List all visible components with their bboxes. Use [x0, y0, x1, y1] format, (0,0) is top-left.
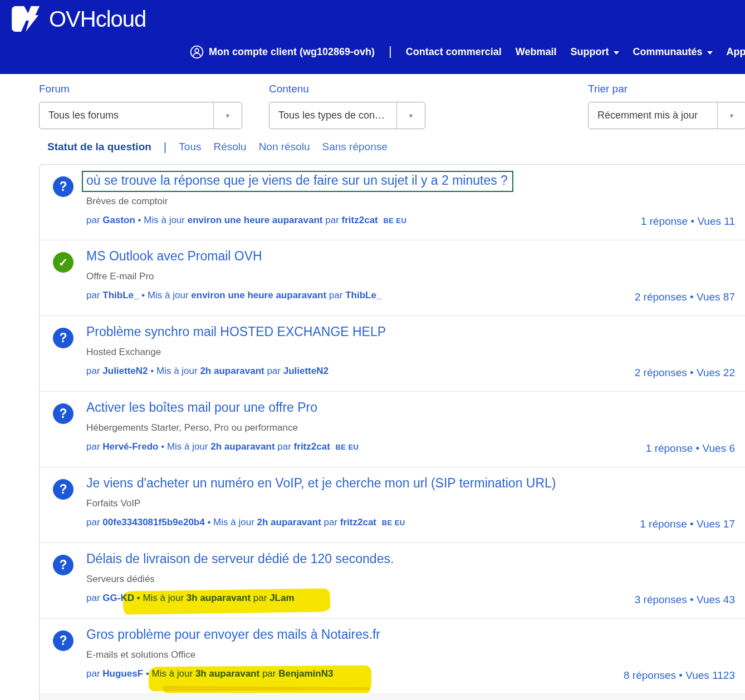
thread-author-link[interactable]: JulietteN2 [102, 366, 148, 376]
thread-last-author-link[interactable]: ThibLe_ [345, 290, 381, 300]
country-flags-label: BE EU [382, 519, 405, 527]
status-filter-resolu[interactable]: Résolu [213, 141, 246, 153]
thread-category: Hosted Exchange [86, 347, 386, 358]
thread-stats: 1 réponse • Vues 17 [640, 518, 735, 530]
ovhcloud-logo[interactable]: OVHcloud [11, 6, 146, 32]
sort-filter-label: Trier par [588, 83, 745, 95]
nav-webmail[interactable]: Webmail [516, 46, 557, 58]
thread-author-link[interactable]: 00fe3343081f5b9e20b4 [102, 517, 204, 528]
thread-title-link[interactable]: où se trouve la réponse que je viens de … [82, 171, 513, 192]
thread-category: Hébergements Starter, Perso, Pro ou perf… [86, 422, 359, 433]
thread-category: Serveurs dédiés [86, 574, 394, 585]
thread-replies-count: 1 réponse [641, 215, 688, 227]
thread-last-author-link[interactable]: fritz2cat [294, 441, 330, 452]
thread-row: ✓ MS Outlook avec Promail OVH Offre E-ma… [40, 240, 745, 316]
thread-stats: 2 réponses • Vues 87 [635, 291, 735, 303]
content-filter-label: Contenu [269, 83, 425, 95]
thread-main: Activer les boîtes mail pour une offre P… [86, 400, 359, 452]
thread-author-link[interactable]: Hervé-Fredo [102, 441, 158, 452]
thread-views-count: Vues 22 [697, 367, 735, 378]
thread-author-link[interactable]: GG-KD [102, 593, 134, 603]
thread-title-link[interactable]: Activer les boîtes mail pour une offre P… [86, 400, 317, 416]
thread-category: E-mails et solutions Office [86, 649, 380, 660]
thread-row: ? où se trouve la réponse que je viens d… [40, 165, 745, 240]
thread-last-author-link[interactable]: fritz2cat [342, 215, 378, 225]
thread-meta: par Gaston • Mis à jour environ une heur… [86, 215, 513, 226]
thread-meta: par 00fe3343081f5b9e20b4 • Mis à jour 2h… [86, 517, 556, 528]
thread-views-count: Vues 43 [697, 594, 735, 605]
thread-title-link[interactable]: Je viens d'acheter un numéro en VoIP, et… [86, 475, 556, 491]
thread-meta: par Hervé-Fredo • Mis à jour 2h auparava… [86, 441, 359, 452]
nav-separator: | [389, 44, 392, 58]
question-mark-icon: ? [53, 403, 73, 424]
nav-support-label: Support [571, 46, 609, 58]
chevron-down-icon [614, 51, 619, 55]
forum-filter-group: Forum Tous les forums ▼ [39, 83, 242, 129]
thread-author-link[interactable]: ThibLe_ [102, 290, 139, 300]
thread-last-author-link[interactable]: BenjaminN3 [278, 668, 333, 679]
top-header: OVHcloud Mon compte client (wg102869-ovh… [0, 0, 745, 74]
sort-select-value: Récemment mis à jour [589, 110, 717, 121]
thread-updated-time: 2h auparavant [200, 366, 264, 376]
status-filter-tous[interactable]: Tous [179, 141, 201, 153]
nav-communautes[interactable]: Communautés [633, 46, 713, 58]
question-status-bar: Statut de la question | Tous Résolu Non … [47, 140, 388, 154]
thread-title-link[interactable]: MS Outlook avec Promail OVH [86, 248, 262, 264]
thread-last-author-link[interactable]: fritz2cat [340, 517, 376, 528]
thread-replies-count: 1 réponse [640, 518, 687, 530]
thread-last-author-link[interactable]: JulietteN2 [283, 366, 329, 376]
thread-replies-count: 3 réponses [635, 594, 687, 605]
thread-views-count: Vues 1123 [685, 669, 735, 681]
sort-filter-group: Trier par Récemment mis à jour ▼ [588, 83, 745, 129]
question-mark-icon: ? [53, 176, 73, 197]
sort-select[interactable]: Récemment mis à jour ▼ [588, 102, 745, 129]
filters-bar: Forum Tous les forums ▼ Contenu Tous les… [0, 74, 745, 164]
thread-main: où se trouve la réponse que je viens de … [86, 172, 513, 226]
dropdown-arrow-icon: ▼ [717, 102, 745, 129]
thread-updated-time: 3h auparavant [187, 593, 251, 603]
status-filter-non-resolu[interactable]: Non résolu [259, 141, 310, 153]
thread-row: ? Problème synchro mail HOSTED EXCHANGE … [40, 316, 745, 392]
thread-stats: 8 réponses • Vues 1123 [624, 669, 735, 682]
thread-main: MS Outlook avec Promail OVH Offre E-mail… [86, 248, 381, 301]
thread-title-link[interactable]: Délais de livraison de serveur dédié de … [86, 551, 394, 567]
thread-updated-time: 2h auparavant [257, 517, 321, 528]
forum-select[interactable]: Tous les forums ▼ [39, 102, 242, 129]
chevron-down-icon [707, 51, 713, 55]
nav-contact-commercial[interactable]: Contact commercial [406, 46, 502, 58]
thread-main: Problème synchro mail HOSTED EXCHANGE HE… [86, 324, 386, 377]
thread-row: ? Gros problème pour envoyer des mails à… [40, 619, 745, 697]
thread-title-link[interactable]: Gros problème pour envoyer des mails à N… [86, 627, 380, 643]
thread-author-link[interactable]: Gaston [102, 215, 135, 225]
thread-replies-count: 8 réponses [624, 669, 676, 681]
thread-meta: par HuguesF • Mis à jour 3h auparavant p… [86, 668, 380, 679]
thread-updated-time: environ une heure auparavant [191, 290, 326, 300]
top-nav: Mon compte client (wg102869-ovh) | Conta… [190, 45, 745, 59]
thread-stats: 1 réponse • Vues 11 [641, 215, 735, 228]
thread-category: Forfaits VoIP [86, 498, 556, 509]
country-flags-label: BE EU [383, 216, 406, 225]
thread-updated-time: 2h auparavant [210, 441, 275, 452]
country-flags-label: BE EU [336, 443, 359, 451]
nav-app[interactable]: App [727, 46, 745, 58]
thread-list: ? où se trouve la réponse que je viens d… [39, 164, 745, 700]
nav-support[interactable]: Support [571, 46, 619, 58]
thread-last-author-link[interactable]: JLam [269, 593, 294, 603]
thread-replies-count: 1 réponse [646, 442, 693, 454]
content-select[interactable]: Tous les types de con… ▼ [269, 102, 425, 129]
thread-title-link[interactable]: Problème synchro mail HOSTED EXCHANGE HE… [86, 324, 386, 340]
solved-check-icon: ✓ [53, 252, 73, 273]
question-mark-icon: ? [53, 555, 73, 575]
thread-author-link[interactable]: HuguesF [102, 668, 143, 679]
forum-select-value: Tous les forums [40, 110, 213, 121]
thread-main: Je viens d'acheter un numéro en VoIP, et… [86, 475, 556, 528]
status-filter-sans-reponse[interactable]: Sans réponse [322, 141, 388, 153]
thread-meta: par JulietteN2 • Mis à jour 2h auparavan… [86, 366, 386, 377]
page-bottom-strip [40, 693, 745, 700]
thread-updated-time: 3h auparavant [195, 668, 259, 679]
user-icon [190, 45, 204, 59]
thread-views-count: Vues 6 [703, 442, 735, 454]
thread-main: Délais de livraison de serveur dédié de … [86, 551, 394, 604]
nav-account[interactable]: Mon compte client (wg102869-ovh) [190, 45, 375, 59]
thread-views-count: Vues 87 [697, 291, 735, 303]
